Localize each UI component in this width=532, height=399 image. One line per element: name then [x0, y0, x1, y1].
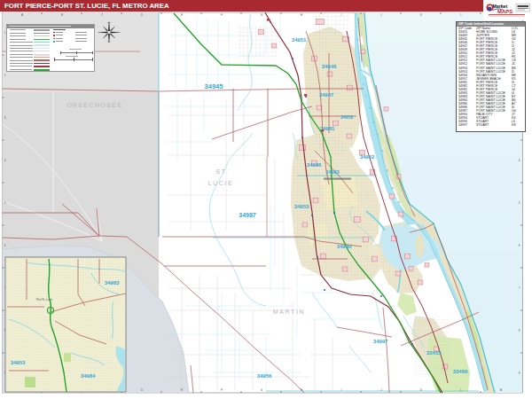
svg-text:34947: 34947 — [319, 92, 334, 98]
svg-text:34983: 34983 — [325, 169, 339, 175]
svg-text:ST.: ST. — [216, 168, 230, 175]
svg-text:34990: 34990 — [337, 244, 352, 249]
svg-text:34945: 34945 — [205, 82, 223, 90]
svg-text:34946: 34946 — [322, 64, 337, 69]
svg-text:34951: 34951 — [292, 37, 307, 43]
svg-text:33469: 33469 — [453, 369, 468, 374]
svg-text:34984: 34984 — [81, 373, 96, 379]
svg-text:Port St. Lucie: Port St. Lucie — [36, 298, 52, 301]
svg-text:34987: 34987 — [239, 212, 256, 218]
svg-text:H: H — [301, 388, 302, 392]
svg-text:H: H — [301, 13, 302, 17]
svg-text:34950: 34950 — [340, 114, 353, 120]
svg-text:OKEECHOBEE: OKEECHOBEE — [66, 102, 122, 108]
svg-text:A: A — [21, 13, 23, 17]
svg-text:MARTIN: MARTIN — [273, 309, 305, 315]
svg-text:33455: 33455 — [426, 350, 442, 356]
svg-text:34986: 34986 — [307, 162, 322, 168]
svg-text:B: B — [61, 13, 63, 17]
svg-text:34956: 34956 — [257, 373, 272, 379]
svg-text:K: K — [420, 388, 422, 392]
svg-text:34981: 34981 — [320, 126, 335, 131]
svg-text:34952: 34952 — [360, 154, 375, 160]
svg-text:E: E — [181, 388, 183, 392]
svg-text:LUCIE: LUCIE — [208, 180, 234, 186]
svg-text:34953: 34953 — [11, 360, 26, 365]
svg-text:F: F — [221, 13, 223, 17]
svg-text:34953: 34953 — [294, 204, 309, 209]
svg-text:K: K — [420, 13, 422, 17]
svg-text:34997: 34997 — [373, 339, 388, 344]
svg-text:E: E — [181, 13, 183, 17]
svg-text:F: F — [221, 388, 223, 392]
svg-text:MAPS: MAPS — [497, 9, 512, 14]
svg-text:34983: 34983 — [105, 280, 120, 286]
